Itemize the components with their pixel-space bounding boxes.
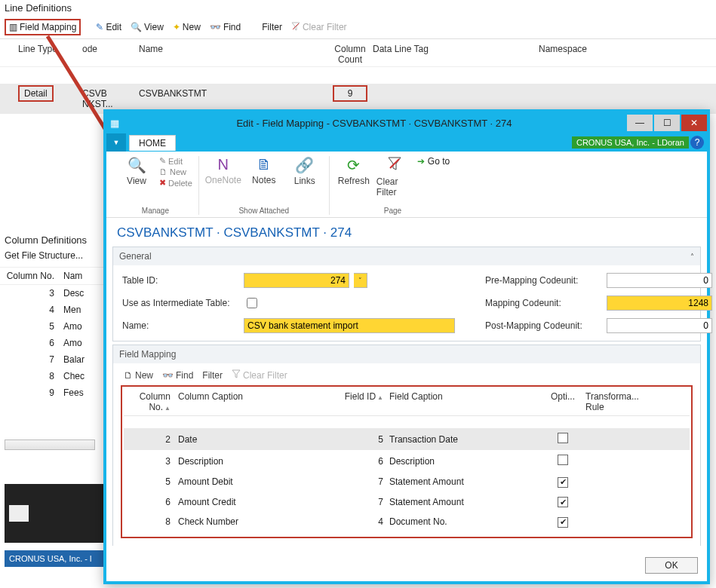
ribbon-notes-label: Notes — [252, 175, 275, 185]
close-button[interactable]: ✕ — [681, 115, 707, 131]
col-transformation-rule[interactable]: Transforma...Rule — [585, 391, 688, 412]
filter-button[interactable]: Filter — [259, 20, 285, 34]
col-optional[interactable]: Opti... — [540, 391, 585, 412]
field-mapping-row[interactable]: 2Date5Transaction Date — [124, 428, 690, 450]
ribbon-edit-button[interactable]: ✎Edit — [159, 156, 192, 166]
col-column-caption[interactable]: Column Caption — [178, 391, 329, 412]
maximize-button[interactable]: ☐ — [654, 115, 680, 131]
get-file-structure-button[interactable]: Get File Structure... — [0, 248, 109, 268]
magnifier-icon: 🔍 — [131, 22, 142, 32]
mapping-codeunit-field[interactable] — [607, 296, 712, 311]
ribbon-goto-button[interactable]: ➔ Go to — [417, 156, 450, 167]
column-def-row[interactable]: 4Men — [0, 302, 109, 318]
horizontal-scrollbar[interactable] — [5, 439, 95, 450]
general-section-header[interactable]: General ˄ — [113, 247, 700, 265]
fm-filter-label: Filter — [202, 370, 223, 381]
breadcrumb: CSVBANKSTMT · CSVBANKSTMT · 274 — [106, 218, 707, 243]
ribbon-clear-filter-button[interactable]: Clear Filter — [376, 156, 413, 198]
column-def-row[interactable]: 9Fees — [0, 384, 109, 401]
pre-mapping-field[interactable] — [607, 273, 712, 288]
new-button[interactable]: ✦ New — [170, 20, 204, 34]
fm-clear-filter-button[interactable]: Clear Filter — [232, 369, 287, 381]
line-def-column-headers: Line Type ode Name Column Count Data Lin… — [0, 39, 716, 67]
column-def-row[interactable]: 7Balar — [0, 351, 109, 368]
cd-colno-head[interactable]: Column No. — [3, 271, 63, 281]
fm-new-label: New — [135, 370, 153, 381]
fm-row-fieldid: 7 — [329, 497, 389, 507]
file-menu-button[interactable]: ▼ — [106, 133, 126, 152]
field-mapping-table: Column No.▲ Column Caption Field ID▲ Fie… — [121, 385, 693, 538]
col-column-no[interactable]: Column No.▲ — [125, 391, 178, 412]
column-def-row[interactable]: 5Amo — [0, 318, 109, 335]
ribbon-new-button[interactable]: 🗋New — [159, 167, 192, 176]
fm-row-no: 6 — [125, 497, 178, 507]
find-button[interactable]: 👓 Find — [207, 20, 244, 34]
field-mapping-button[interactable]: ▥ Field Mapping — [5, 19, 81, 35]
ribbon-notes-button[interactable]: 🗎 Notes — [246, 156, 282, 185]
name-field[interactable] — [244, 318, 455, 333]
app-icon: ▦ — [106, 118, 123, 129]
edit-button[interactable]: ✎ Edit — [93, 20, 124, 34]
field-mapping-row[interactable]: 6Amount Credit7Statement Amount✔ — [124, 492, 690, 513]
find-label: Find — [223, 22, 241, 32]
window-titlebar[interactable]: ▦ Edit - Field Mapping - CSVBANKSTMT · C… — [106, 112, 707, 133]
field-mapping-row[interactable]: 3Description6Description — [124, 450, 690, 472]
col-code[interactable]: ode — [82, 44, 139, 65]
ribbon-view-button[interactable]: 🔍 View — [118, 156, 155, 186]
ribbon-delete-button[interactable]: ✖Delete — [159, 178, 192, 188]
optional-checkbox[interactable]: ✔ — [558, 497, 568, 507]
column-def-row[interactable]: 6Amo — [0, 335, 109, 351]
fm-row-fieldcaption: Statement Amount — [389, 497, 540, 507]
post-mapping-field[interactable] — [607, 318, 712, 333]
cd-row-no: 3 — [3, 288, 63, 299]
pencil-icon: ✎ — [159, 156, 166, 166]
ribbon-links-button[interactable]: 🔗 Links — [287, 156, 323, 186]
tab-home[interactable]: HOME — [129, 135, 176, 151]
magnifier-page-icon: 🔍 — [128, 156, 146, 174]
col-data-line-tag[interactable]: Data Line Tag — [373, 44, 539, 65]
col-field-caption[interactable]: Field Caption — [389, 391, 540, 412]
ok-button[interactable]: OK — [645, 557, 698, 574]
new-doc-icon: 🗋 — [159, 167, 167, 176]
fm-clear-label: Clear Filter — [243, 370, 287, 381]
col-line-type[interactable]: Line Type — [3, 44, 82, 65]
cd-row-no: 8 — [3, 371, 63, 381]
view-button[interactable]: 🔍 View — [128, 20, 167, 34]
table-id-field[interactable] — [244, 273, 349, 288]
col-count[interactable]: Column Count — [327, 44, 373, 65]
ribbon-view-label: View — [127, 176, 146, 186]
table-id-dropdown-button[interactable]: ˅ — [354, 273, 367, 288]
field-mapping-row[interactable]: 5Amount Debit7Statement Amount✔ — [124, 472, 690, 492]
clear-filter-button[interactable]: Clear Filter — [288, 20, 350, 35]
col-name[interactable]: Name — [139, 44, 327, 65]
line-def-toolbar: ▥ Field Mapping ✎ Edit 🔍 View ✦ New 👓 Fi… — [0, 16, 716, 39]
ribbon-page-group: Page — [384, 207, 401, 215]
field-mapping-section: Field Mapping 🗋New 👓Find Filter Clear Fi… — [112, 345, 701, 546]
ribbon-refresh-button[interactable]: ⟳ Refresh — [336, 156, 372, 186]
column-def-row[interactable]: 3Desc — [0, 285, 109, 302]
col-namespace[interactable]: Namespace — [539, 44, 713, 65]
optional-checkbox[interactable] — [558, 455, 568, 465]
minimize-button[interactable]: — — [627, 115, 653, 131]
fm-filter-button[interactable]: Filter — [202, 370, 223, 381]
ribbon-new-label: New — [170, 167, 186, 176]
optional-checkbox[interactable]: ✔ — [558, 477, 568, 488]
optional-checkbox[interactable]: ✔ — [558, 517, 568, 528]
help-icon[interactable]: ? — [690, 136, 704, 149]
cd-name-head[interactable]: Nam — [63, 271, 106, 281]
arrow-right-icon: ➔ — [417, 156, 425, 167]
notes-icon: 🗎 — [257, 156, 272, 173]
field-mapping-row[interactable]: 8Check Number4Document No.✔ — [124, 512, 690, 532]
fm-find-button[interactable]: 👓Find — [162, 370, 193, 381]
col-field-id[interactable]: Field ID▲ — [329, 391, 389, 412]
funnel-clear-icon — [232, 369, 241, 381]
ribbon-onenote-button[interactable]: N OneNote — [205, 156, 241, 185]
column-def-row[interactable]: 8Chec — [0, 368, 109, 384]
field-mapping-section-header[interactable]: Field Mapping — [113, 345, 700, 363]
field-mapping-label: Field Mapping — [20, 22, 76, 32]
intermediate-checkbox[interactable] — [247, 298, 257, 308]
fm-new-button[interactable]: 🗋New — [124, 370, 153, 381]
field-mapping-window: ▦ Edit - Field Mapping - CSVBANKSTMT · C… — [103, 109, 710, 584]
fm-row-fieldcaption: Transaction Date — [389, 434, 540, 445]
optional-checkbox[interactable] — [558, 433, 568, 443]
